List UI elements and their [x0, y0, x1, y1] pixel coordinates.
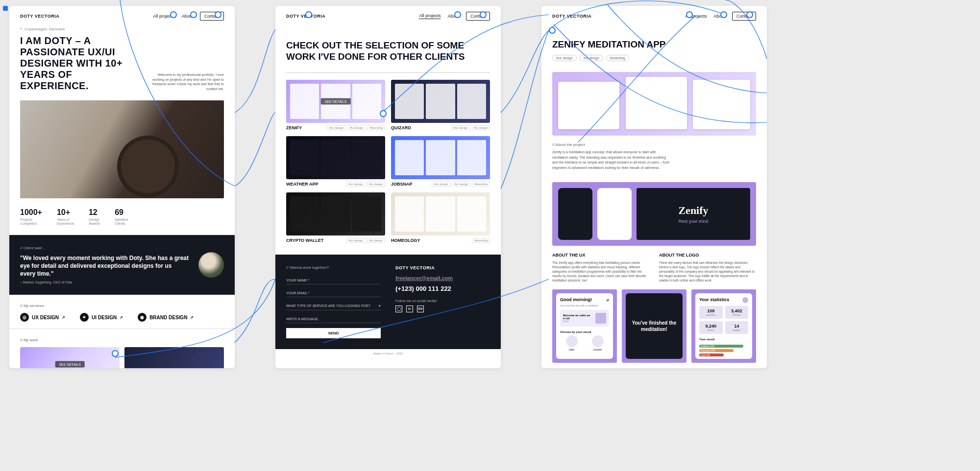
footer-follow: Follow me on social media!	[395, 299, 490, 303]
project-title: JOBSNAP	[391, 182, 413, 187]
selection-handle[interactable]	[3, 6, 8, 11]
tag: #branding	[367, 125, 385, 130]
about-ux-heading: ABOUT THE UX	[552, 253, 649, 258]
project-thumb[interactable]	[286, 192, 385, 236]
project-title: QUIZARD	[391, 125, 411, 130]
pin-icon: ⌖	[20, 26, 23, 31]
comfort-icon[interactable]	[592, 335, 604, 347]
project-card[interactable]: JOBSNAP#ux design#ui design#branding	[391, 136, 490, 187]
cat-icon	[595, 313, 606, 324]
brand: DOTY VECTORIA	[552, 14, 591, 19]
tag: #ui design	[367, 182, 385, 187]
see-details-button[interactable]: SEE DETAILS	[55, 361, 85, 368]
behance-icon[interactable]: Bē	[417, 306, 424, 312]
service-ux[interactable]: ◎UX DESIGN↗	[20, 313, 65, 322]
about-text: Zenify is a meditation app concept, that…	[552, 150, 670, 170]
footer: // Wanna work together? YOUR NAME * YOUR…	[275, 255, 501, 349]
divider	[286, 72, 490, 73]
testimonial-label: // Client said…	[20, 246, 189, 250]
project-card[interactable]: QUIZARD#ux design#ui design	[391, 80, 490, 130]
service-brand[interactable]: ◉BRAND DESIGN↗	[138, 313, 194, 322]
chip: #branding	[606, 55, 629, 61]
mood-bar: Focused 140	[699, 349, 734, 352]
nav-contact[interactable]: Contact	[466, 12, 490, 21]
location: ⌖ Copenhagen, Denmark	[9, 26, 235, 31]
flow-node[interactable]	[746, 11, 753, 18]
tag: #ux design	[346, 238, 366, 243]
brand: DOTY VECTORIA	[20, 14, 59, 19]
ui-icon: ✦	[80, 313, 89, 322]
tag: #ui design	[347, 125, 366, 130]
project-card[interactable]: HOMEOLOGY#branding	[391, 192, 490, 243]
mood-bar: Ambient 370	[699, 345, 743, 348]
chip: #ui design	[580, 55, 603, 61]
project-thumb[interactable]: SEE DETAILS	[286, 80, 385, 123]
nav-all-projects[interactable]: All projects	[419, 13, 441, 19]
artboard-projects[interactable]: DOTY VECTORIA All projects About Contact…	[275, 6, 501, 368]
stat-value: 69	[115, 208, 128, 217]
footer-label: // Wanna work together?	[286, 265, 381, 270]
footer-name: DOTY VECTORIA	[395, 265, 490, 270]
logo-text: Zenify	[678, 204, 708, 217]
testimonial-block: // Client said… "We loved every moment w…	[9, 235, 235, 295]
flow-node[interactable]	[686, 11, 693, 18]
service-select[interactable]: WHAT TYPE OF SERVICE ARE YOU LOOKING FOR…	[286, 302, 381, 310]
ux-icon: ◎	[20, 313, 29, 322]
instagram-icon[interactable]: ◯	[395, 306, 402, 312]
artboard-project-detail[interactable]: DOTY VECTORIA All projects About Contact…	[541, 6, 767, 368]
tag: #ui design	[452, 182, 470, 187]
flow-node[interactable]	[549, 27, 556, 34]
message-field[interactable]: WRITE A MESSAGE…	[286, 315, 381, 323]
about-logo-heading: ABOUT THE LOGO	[659, 253, 756, 258]
work-card-quizard[interactable]	[124, 347, 224, 368]
work-card-zenify[interactable]: SEE DETAILS	[20, 347, 120, 368]
tagline: Rest your mind	[679, 219, 709, 224]
hero-sub: Welcome to my professional portfolio. I …	[150, 72, 224, 92]
name-field[interactable]: YOUR NAME *	[286, 277, 381, 284]
testimonial-author: – Markus Sugarberg, CEO of Feta	[20, 281, 189, 284]
card-heading: Good morning!	[560, 297, 592, 302]
project-title: HOMEOLOGY	[391, 238, 420, 243]
see-details-button[interactable]: SEE DETAILS	[321, 98, 351, 104]
arrow-icon: ↗	[190, 315, 194, 320]
flow-node[interactable]	[305, 11, 312, 18]
nav-bar: DOTY VECTORIA All projects About Contact	[9, 6, 235, 26]
hero-photo	[20, 100, 224, 198]
project-thumb[interactable]	[391, 136, 490, 179]
arrow-icon: ↗	[120, 315, 123, 320]
stat-value: 1000+	[20, 208, 42, 217]
stats-heading: Your statistics	[699, 297, 729, 303]
projects-heading: CHECK OUT THE SELECTION OF SOME WORK I'V…	[286, 40, 490, 63]
chevron-down-icon: ▾	[379, 304, 381, 308]
flow-node[interactable]	[480, 11, 487, 18]
arrow-icon: ↗	[62, 315, 65, 320]
tag: #ux design	[346, 182, 366, 187]
about-logo-text: There are many factors that can influenc…	[659, 260, 756, 283]
flow-node[interactable]	[380, 110, 387, 117]
project-card[interactable]: WEATHER APP#ux design#ui design	[286, 136, 385, 187]
search-icon[interactable]: ⌕	[607, 297, 609, 302]
showcase: Zenify Rest your mind	[552, 182, 756, 246]
tag: #branding	[472, 238, 490, 243]
flow-node[interactable]	[112, 350, 119, 357]
flow-node[interactable]	[720, 11, 727, 18]
project-card[interactable]: CRYPTO WALLET#ux design#ui design	[286, 192, 385, 243]
email-field[interactable]: YOUR EMAIL *	[286, 289, 381, 297]
testimonial-quote: "We loved every moment working with Doty…	[20, 254, 189, 278]
flow-node[interactable]	[215, 11, 221, 18]
flow-node[interactable]	[454, 11, 461, 18]
ui-card-finished: You've finished the meditation!	[622, 289, 686, 363]
flow-node[interactable]	[170, 11, 177, 18]
project-thumb[interactable]	[286, 136, 385, 179]
project-thumb[interactable]	[391, 80, 490, 123]
calm-icon[interactable]	[566, 335, 578, 347]
artboard-home[interactable]: DOTY VECTORIA All projects About Contact…	[9, 6, 235, 368]
linkedin-icon[interactable]: in	[406, 306, 413, 312]
project-title: WEATHER APP	[286, 182, 318, 187]
send-button[interactable]: SEND	[286, 328, 381, 338]
service-ui[interactable]: ✦UI DESIGN↗	[80, 313, 123, 322]
flow-node[interactable]	[190, 11, 197, 18]
project-card[interactable]: SEE DETAILSZENIFY#ux design#ui design#br…	[286, 80, 385, 130]
footer-email[interactable]: freelancer@email.com	[395, 275, 490, 281]
project-thumb[interactable]	[391, 192, 490, 236]
